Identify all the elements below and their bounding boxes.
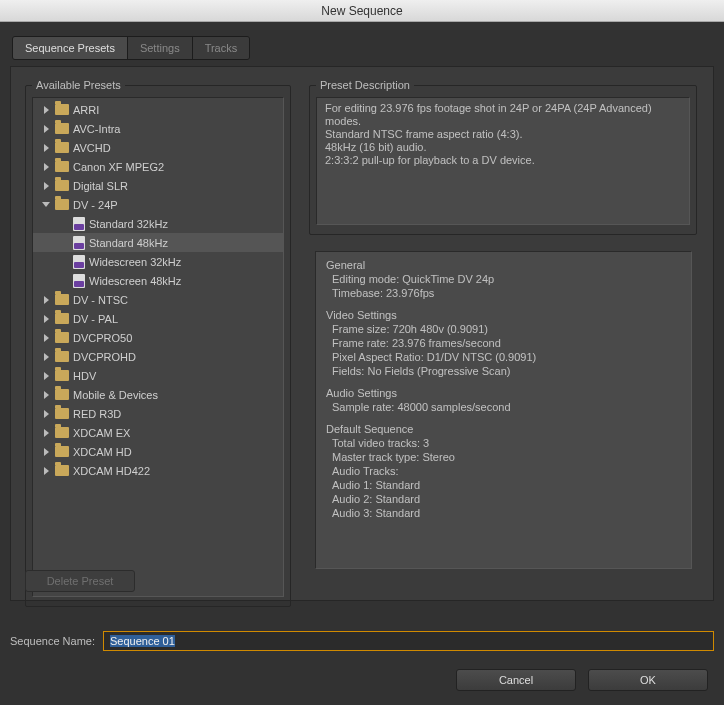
preset-standard-48khz[interactable]: Standard 48kHz: [33, 233, 283, 252]
sequence-name-row: Sequence Name:: [10, 631, 714, 651]
folder-icon: [55, 446, 69, 457]
folder-digital-slr[interactable]: Digital SLR: [33, 176, 283, 195]
folder-label: AVC-Intra: [73, 123, 120, 135]
folder-label: DVCPRO50: [73, 332, 132, 344]
tab-panel: Available Presets ARRIAVC-IntraAVCHDCano…: [10, 66, 714, 601]
preset-detail-text: General Editing mode: QuickTime DV 24p T…: [315, 251, 692, 569]
ok-button[interactable]: OK: [588, 669, 708, 691]
preset-description-group: Preset Description For editing 23.976 fp…: [309, 79, 697, 235]
folder-dvcpro50[interactable]: DVCPRO50: [33, 328, 283, 347]
preset-label: Widescreen 32kHz: [89, 256, 181, 268]
tab-bar: Sequence Presets Settings Tracks: [12, 36, 250, 60]
folder-icon: [55, 161, 69, 172]
folder-label: DVCPROHD: [73, 351, 136, 363]
folder-icon: [55, 408, 69, 419]
folder-label: RED R3D: [73, 408, 121, 420]
folder-label: Canon XF MPEG2: [73, 161, 164, 173]
description-line: 48kHz (16 bit) audio.: [325, 141, 681, 154]
chevron-right-icon[interactable]: [41, 162, 51, 172]
cancel-button[interactable]: Cancel: [456, 669, 576, 691]
chevron-right-icon[interactable]: [41, 333, 51, 343]
dialog-body: Sequence Presets Settings Tracks Availab…: [0, 22, 724, 705]
folder-icon: [55, 180, 69, 191]
preset-description-label: Preset Description: [316, 79, 414, 91]
preset-widescreen-48khz[interactable]: Widescreen 48kHz: [33, 271, 283, 290]
folder-icon: [55, 427, 69, 438]
tab-tracks[interactable]: Tracks: [193, 37, 250, 59]
preset-description-text: For editing 23.976 fps footage shot in 2…: [316, 97, 690, 225]
chevron-right-icon[interactable]: [41, 124, 51, 134]
folder-label: DV - NTSC: [73, 294, 128, 306]
chevron-right-icon[interactable]: [41, 466, 51, 476]
preset-file-icon: [73, 274, 85, 288]
chevron-right-icon[interactable]: [41, 390, 51, 400]
folder-icon: [55, 294, 69, 305]
folder-icon: [55, 123, 69, 134]
chevron-down-icon[interactable]: [41, 200, 51, 210]
folder-red-r3d[interactable]: RED R3D: [33, 404, 283, 423]
folder-dv-pal[interactable]: DV - PAL: [33, 309, 283, 328]
folder-label: ARRI: [73, 104, 99, 116]
available-presets-label: Available Presets: [32, 79, 125, 91]
folder-label: Mobile & Devices: [73, 389, 158, 401]
chevron-right-icon[interactable]: [41, 409, 51, 419]
folder-avchd[interactable]: AVCHD: [33, 138, 283, 157]
folder-xdcam-hd[interactable]: XDCAM HD: [33, 442, 283, 461]
folder-label: XDCAM HD422: [73, 465, 150, 477]
description-line: Standard NTSC frame aspect ratio (4:3).: [325, 128, 681, 141]
folder-label: DV - 24P: [73, 199, 118, 211]
preset-label: Standard 32kHz: [89, 218, 168, 230]
folder-label: AVCHD: [73, 142, 111, 154]
folder-icon: [55, 332, 69, 343]
folder-label: XDCAM EX: [73, 427, 130, 439]
preset-label: Widescreen 48kHz: [89, 275, 181, 287]
folder-icon: [55, 351, 69, 362]
folder-dv-ntsc[interactable]: DV - NTSC: [33, 290, 283, 309]
preset-file-icon: [73, 255, 85, 269]
chevron-right-icon[interactable]: [41, 352, 51, 362]
preset-widescreen-32khz[interactable]: Widescreen 32kHz: [33, 252, 283, 271]
chevron-right-icon[interactable]: [41, 105, 51, 115]
chevron-right-icon[interactable]: [41, 447, 51, 457]
description-line: For editing 23.976 fps footage shot in 2…: [325, 102, 681, 128]
folder-label: HDV: [73, 370, 96, 382]
chevron-right-icon[interactable]: [41, 428, 51, 438]
folder-icon: [55, 370, 69, 381]
tab-sequence-presets[interactable]: Sequence Presets: [13, 37, 128, 59]
dialog-button-bar: Cancel OK: [456, 669, 708, 691]
window-title: New Sequence: [0, 0, 724, 22]
folder-arri[interactable]: ARRI: [33, 100, 283, 119]
folder-label: DV - PAL: [73, 313, 118, 325]
folder-xdcam-hd422[interactable]: XDCAM HD422: [33, 461, 283, 480]
folder-xdcam-ex[interactable]: XDCAM EX: [33, 423, 283, 442]
folder-label: XDCAM HD: [73, 446, 132, 458]
folder-icon: [55, 313, 69, 324]
folder-icon: [55, 142, 69, 153]
preset-file-icon: [73, 217, 85, 231]
tab-settings[interactable]: Settings: [128, 37, 193, 59]
folder-label: Digital SLR: [73, 180, 128, 192]
folder-dv-24p[interactable]: DV - 24P: [33, 195, 283, 214]
folder-canon-xf-mpeg2[interactable]: Canon XF MPEG2: [33, 157, 283, 176]
chevron-right-icon[interactable]: [41, 143, 51, 153]
folder-dvcprohd[interactable]: DVCPROHD: [33, 347, 283, 366]
available-presets-group: Available Presets ARRIAVC-IntraAVCHDCano…: [25, 79, 291, 607]
folder-avc-intra[interactable]: AVC-Intra: [33, 119, 283, 138]
chevron-right-icon[interactable]: [41, 295, 51, 305]
folder-hdv[interactable]: HDV: [33, 366, 283, 385]
folder-icon: [55, 199, 69, 210]
chevron-right-icon[interactable]: [41, 181, 51, 191]
folder-mobile-devices[interactable]: Mobile & Devices: [33, 385, 283, 404]
folder-icon: [55, 389, 69, 400]
folder-icon: [55, 465, 69, 476]
preset-tree[interactable]: ARRIAVC-IntraAVCHDCanon XF MPEG2Digital …: [32, 97, 284, 597]
delete-preset-button: Delete Preset: [25, 570, 135, 592]
folder-icon: [55, 104, 69, 115]
chevron-right-icon[interactable]: [41, 314, 51, 324]
chevron-right-icon[interactable]: [41, 371, 51, 381]
preset-label: Standard 48kHz: [89, 237, 168, 249]
sequence-name-input[interactable]: [103, 631, 714, 651]
preset-standard-32khz[interactable]: Standard 32kHz: [33, 214, 283, 233]
description-line: 2:3:3:2 pull-up for playback to a DV dev…: [325, 154, 681, 167]
preset-file-icon: [73, 236, 85, 250]
